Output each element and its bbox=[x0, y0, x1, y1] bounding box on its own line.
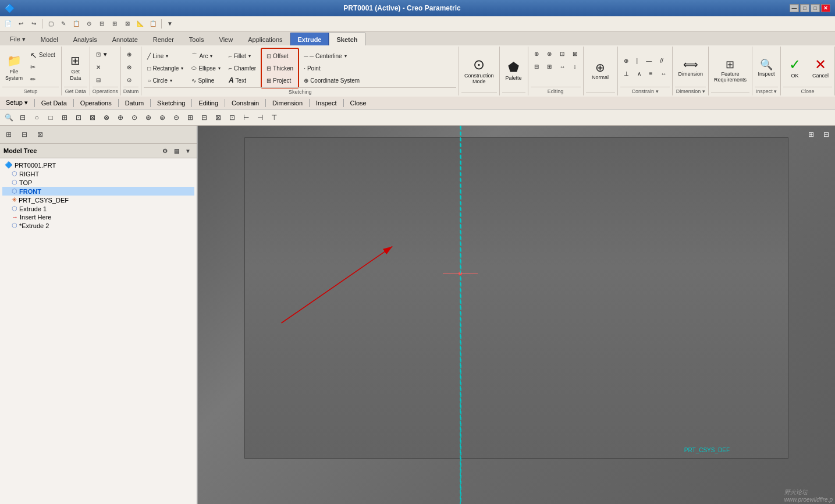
view-icon-btn16[interactable]: ⊠ bbox=[212, 111, 225, 124]
qa-new-btn[interactable]: 📄 bbox=[2, 18, 14, 30]
view-icon-btn10[interactable]: ⊙ bbox=[128, 111, 141, 124]
titlebar-controls[interactable]: — □ □ ✕ bbox=[790, 4, 830, 12]
constrain-btn1[interactable]: ⊕ bbox=[620, 55, 632, 67]
tree-item-insert[interactable]: → Insert Here bbox=[2, 213, 194, 221]
qa-btn3[interactable]: ▢ bbox=[45, 18, 56, 30]
spline-btn[interactable]: ∿ Spline bbox=[188, 74, 223, 86]
operations-btn3[interactable]: ⊟ bbox=[93, 74, 112, 86]
tree-item-root[interactable]: 🔷 PRT0001.PRT bbox=[2, 161, 194, 169]
get-data-btn[interactable]: ⊞ GetData bbox=[64, 51, 87, 84]
tab-view[interactable]: View bbox=[212, 33, 241, 45]
titlebar-minimize-btn[interactable]: — bbox=[790, 4, 799, 12]
editing-btn5[interactable]: ⊟ bbox=[531, 61, 542, 72]
panel-icon1[interactable]: ⊞ bbox=[2, 127, 16, 141]
view-icon-btn15[interactable]: ⊟ bbox=[198, 111, 211, 124]
cmd-operations[interactable]: Operations bbox=[77, 99, 115, 107]
view-icon-btn14[interactable]: ⊞ bbox=[184, 111, 197, 124]
qa-undo-btn[interactable]: ↩ bbox=[15, 18, 27, 30]
viewport[interactable]: PRT_CSYS_DEF ⊞ ⊟ 野火论坛www.proewildfire.p bbox=[198, 126, 835, 504]
feature-requirements-btn[interactable]: ⊞ FeatureRequirements bbox=[711, 54, 749, 87]
tree-tool-settings[interactable]: ⚙ bbox=[159, 145, 170, 156]
construction-mode-btn[interactable]: ⊙ ConstructionMode bbox=[461, 54, 497, 87]
view-icon-btn4[interactable]: □ bbox=[44, 111, 57, 124]
datum-btn3[interactable]: ⊙ bbox=[123, 74, 135, 86]
view-icon-btn5[interactable]: ⊞ bbox=[58, 111, 71, 124]
constrain-btn5[interactable]: ⊥ bbox=[620, 68, 633, 80]
centerline-btn[interactable]: ─ ─ Centerline ▾ bbox=[300, 50, 363, 62]
tab-tools[interactable]: Tools bbox=[182, 33, 212, 45]
view-icon-btn12[interactable]: ⊜ bbox=[156, 111, 169, 124]
tree-item-csys[interactable]: ✳ PRT_CSYS_DEF bbox=[2, 196, 194, 204]
cmd-sketching[interactable]: Sketching bbox=[154, 99, 189, 107]
qa-btn8[interactable]: ⊞ bbox=[109, 18, 120, 30]
editing-btn7[interactable]: ↔ bbox=[556, 61, 569, 72]
qa-btn7[interactable]: ⊟ bbox=[96, 18, 108, 30]
view-icon-btn8[interactable]: ⊗ bbox=[100, 111, 113, 124]
tab-extrude[interactable]: Extrude bbox=[290, 33, 329, 45]
qa-btn9[interactable]: ⊠ bbox=[122, 18, 133, 30]
editing-btn8[interactable]: ↕ bbox=[570, 61, 580, 72]
operations-btn2[interactable]: ✕ bbox=[93, 62, 112, 73]
datum-btn2[interactable]: ⊗ bbox=[123, 62, 135, 73]
tree-item-front[interactable]: ⬡ FRONT bbox=[2, 187, 194, 196]
constrain-btn4[interactable]: // bbox=[656, 55, 667, 67]
qa-btn4[interactable]: ✎ bbox=[58, 18, 69, 30]
qa-dropdown-btn[interactable]: ▼ bbox=[164, 18, 176, 30]
qa-btn10[interactable]: 📐 bbox=[134, 18, 146, 30]
tree-item-extrude2[interactable]: ⬡ *Extrude 2 bbox=[2, 221, 194, 230]
view-icon-btn13[interactable]: ⊝ bbox=[170, 111, 183, 124]
offset-btn[interactable]: ⊡ Offset bbox=[263, 50, 297, 62]
setup-btn2[interactable]: ✂ bbox=[27, 62, 59, 73]
tree-tool-dropdown[interactable]: ▼ bbox=[183, 145, 193, 156]
view-icon-btn18[interactable]: ⊢ bbox=[240, 111, 253, 124]
editing-btn1[interactable]: ⊕ bbox=[531, 48, 542, 59]
tab-render[interactable]: Render bbox=[145, 33, 182, 45]
tree-tool-columns[interactable]: ▤ bbox=[171, 145, 182, 156]
qa-btn6[interactable]: ⊙ bbox=[83, 18, 95, 30]
constrain-btn2[interactable]: | bbox=[633, 55, 642, 67]
setup-btn3[interactable]: ✏ bbox=[27, 74, 59, 86]
tab-analysis[interactable]: Analysis bbox=[66, 33, 105, 45]
tree-item-extrude1[interactable]: ⬡ Extrude 1 bbox=[2, 204, 194, 213]
cmd-dimension[interactable]: Dimension bbox=[269, 99, 306, 107]
qa-redo-btn[interactable]: ↪ bbox=[28, 18, 40, 30]
editing-btn3[interactable]: ⊡ bbox=[556, 48, 568, 59]
arc-btn[interactable]: ⌒ Arc ▾ bbox=[188, 50, 223, 62]
point-btn[interactable]: · Point bbox=[300, 62, 363, 74]
cancel-btn[interactable]: ✕ Cancel bbox=[809, 51, 832, 84]
dimension-btn[interactable]: ⟺ Dimension bbox=[675, 51, 706, 84]
qa-btn5[interactable]: 📋 bbox=[70, 18, 82, 30]
tab-sketch[interactable]: Sketch bbox=[329, 33, 365, 45]
qa-btn11[interactable]: 📋 bbox=[147, 18, 159, 30]
ok-btn[interactable]: ✓ OK bbox=[783, 51, 806, 84]
circle-btn[interactable]: ○ Circle ▾ bbox=[144, 74, 187, 86]
cmd-constrain[interactable]: Constrain bbox=[228, 99, 262, 107]
datum-btn1[interactable]: ⊕ bbox=[123, 49, 135, 61]
cmd-inspect[interactable]: Inspect bbox=[312, 99, 340, 107]
cmd-editing[interactable]: Editing bbox=[195, 99, 222, 107]
view-icon-btn3[interactable]: ○ bbox=[30, 111, 43, 124]
cmd-setup[interactable]: Setup ▾ bbox=[2, 98, 31, 107]
project-btn[interactable]: ⊞ Project bbox=[263, 74, 297, 86]
titlebar-restore-btn[interactable]: □ bbox=[800, 4, 809, 12]
thicken-btn[interactable]: ⊟ Thicken bbox=[263, 62, 297, 74]
editing-btn2[interactable]: ⊗ bbox=[543, 48, 555, 59]
tab-annotate[interactable]: Annotate bbox=[105, 33, 145, 45]
ellipse-btn[interactable]: ⬭ Ellipse ▾ bbox=[188, 62, 223, 74]
palette-btn[interactable]: ⬟ Palette bbox=[502, 54, 525, 87]
cmd-close[interactable]: Close bbox=[347, 99, 370, 107]
cmd-get-data[interactable]: Get Data bbox=[38, 99, 70, 107]
constrain-btn7[interactable]: ≡ bbox=[646, 68, 656, 80]
view-icon-btn19[interactable]: ⊣ bbox=[254, 111, 267, 124]
tree-item-right[interactable]: ⬡ RIGHT bbox=[2, 169, 194, 178]
text-btn[interactable]: A Text bbox=[225, 74, 260, 86]
view-icon-btn20[interactable]: ⊤ bbox=[268, 111, 280, 124]
vp-icon2[interactable]: ⊟ bbox=[820, 128, 833, 141]
fillet-btn[interactable]: ⌐ Fillet ▾ bbox=[225, 50, 260, 62]
inspect-btn[interactable]: 🔍 Inspect bbox=[755, 51, 778, 84]
panel-icon3[interactable]: ⊠ bbox=[33, 127, 47, 141]
editing-btn4[interactable]: ⊠ bbox=[569, 48, 581, 59]
cmd-datum[interactable]: Datum bbox=[122, 99, 147, 107]
vp-icon1[interactable]: ⊞ bbox=[805, 128, 818, 141]
view-icon-btn11[interactable]: ⊛ bbox=[142, 111, 155, 124]
